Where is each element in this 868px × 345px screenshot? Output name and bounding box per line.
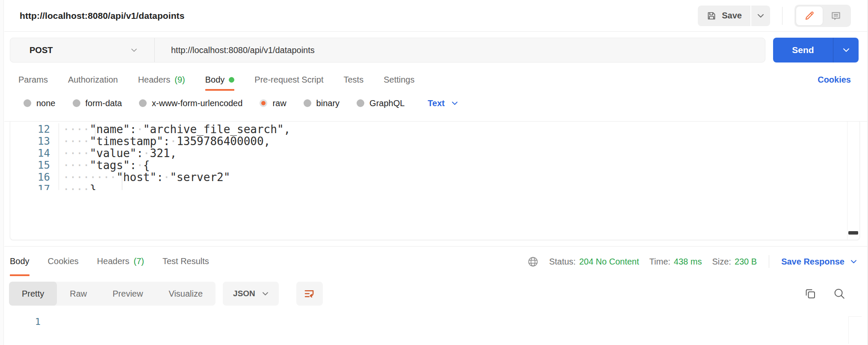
headers-count-badge: (7)	[133, 256, 144, 266]
view-raw-button[interactable]: Raw	[57, 282, 100, 306]
view-visualize-button[interactable]: Visualize	[156, 282, 216, 306]
search-icon	[833, 287, 846, 300]
tab-tests[interactable]: Tests	[343, 68, 363, 91]
tab-label: Body	[10, 256, 30, 266]
tab-label: Authorization	[68, 75, 118, 85]
save-button-label: Save	[722, 11, 742, 21]
body-type-label: GraphQL	[369, 98, 404, 108]
code-line: ····"value":·321,	[59, 147, 177, 159]
radio-selected-icon	[260, 99, 267, 107]
code-line: ····"timestamp":·1359786400000,	[59, 135, 270, 147]
line-number: 17	[10, 183, 59, 190]
wrap-text-button[interactable]	[296, 282, 323, 306]
globe-icon[interactable]	[527, 256, 539, 268]
body-type-none[interactable]: none	[24, 98, 56, 108]
response-format-label: JSON	[233, 289, 255, 298]
line-number: 15	[10, 159, 59, 171]
copy-response-button[interactable]	[804, 276, 817, 311]
response-toolbar: Pretty Raw Preview Visualize JSON	[4, 276, 867, 311]
send-options-button[interactable]	[833, 38, 859, 62]
tab-authorization[interactable]: Authorization	[68, 68, 118, 91]
body-type-label: form-data	[86, 98, 122, 108]
size-value: 230 B	[735, 257, 757, 267]
body-type-label: raw	[272, 98, 286, 108]
body-type-bar: none form-data x-www-form-urlencoded raw…	[4, 91, 867, 116]
tab-label: Pre-request Script	[254, 75, 323, 85]
chevron-down-icon	[850, 260, 857, 264]
save-button[interactable]: Save	[698, 6, 750, 26]
api-client-window: http://localhost:8080/api/v1/datapoints …	[0, 0, 868, 345]
body-type-binary[interactable]: binary	[304, 98, 340, 108]
response-tab-headers[interactable]: Headers (7)	[97, 247, 144, 276]
code-row: 15 ····"tags":·{	[10, 159, 859, 171]
response-header: Body Cookies Headers (7) Test Results	[4, 246, 867, 276]
edit-comment-toggle	[794, 5, 851, 27]
radio-icon	[139, 99, 147, 107]
response-size: Size: 230 B	[712, 257, 757, 267]
radio-icon	[304, 99, 311, 107]
tab-settings[interactable]: Settings	[384, 68, 414, 91]
line-number: 14	[10, 147, 59, 159]
edit-mode-button[interactable]	[796, 6, 823, 25]
code-line: ········"host":·"server2"	[59, 171, 230, 183]
url-input[interactable]: http://localhost:8080/api/v1/datapoints	[155, 38, 765, 62]
tab-params[interactable]: Params	[18, 68, 48, 91]
request-tabs: Params Authorization Headers (9) Body Pr…	[4, 68, 867, 91]
code-line: ····"name":·"archive_file_search",	[59, 123, 290, 135]
scrollbar-track	[848, 316, 849, 344]
save-icon	[706, 11, 717, 21]
body-type-form-data[interactable]: form-data	[73, 98, 122, 108]
body-type-urlencoded[interactable]: x-www-form-urlencoded	[139, 98, 242, 108]
method-select[interactable]: POST	[10, 38, 155, 62]
request-title: http://localhost:8080/api/v1/datapoints	[20, 11, 184, 21]
tab-label: Headers	[138, 75, 171, 85]
request-header-bar: http://localhost:8080/api/v1/datapoints …	[4, 0, 867, 32]
meta-divider	[769, 255, 769, 268]
response-tab-body[interactable]: Body	[10, 247, 30, 276]
code-row: 12 ····"name":·"archive_file_search",	[10, 123, 859, 135]
save-response-label: Save Response	[781, 257, 844, 267]
response-body-viewer[interactable]: 1	[4, 311, 867, 344]
response-status: Status: 204 No Content	[549, 257, 639, 267]
tab-headers[interactable]: Headers (9)	[138, 68, 185, 91]
response-view-switcher: Pretty Raw Preview Visualize	[9, 282, 216, 306]
chevron-down-icon	[131, 48, 137, 52]
body-type-graphql[interactable]: GraphQL	[357, 98, 404, 108]
status-value: 204 No Content	[579, 257, 639, 267]
save-options-button[interactable]	[751, 6, 770, 26]
indent-guide	[122, 171, 122, 190]
code-row: 13 ····"timestamp":·1359786400000,	[10, 135, 859, 147]
save-response-button[interactable]: Save Response	[781, 257, 857, 267]
code-viewport[interactable]: 12 ····"name":·"archive_file_search", 13…	[10, 122, 859, 190]
cookies-link[interactable]: Cookies	[818, 68, 851, 91]
response-tab-test-results[interactable]: Test Results	[162, 247, 209, 276]
method-label: POST	[30, 45, 53, 55]
comment-button[interactable]	[823, 6, 849, 25]
format-select[interactable]: Text	[428, 98, 458, 108]
wrap-text-icon	[303, 287, 316, 300]
tab-label: Body	[205, 75, 225, 85]
code-row: 14 ····"value":·321,	[10, 147, 859, 159]
body-type-label: binary	[316, 98, 340, 108]
response-format-select[interactable]: JSON	[223, 282, 279, 306]
send-button[interactable]: Send	[773, 38, 833, 62]
view-preview-button[interactable]: Preview	[100, 282, 156, 306]
tab-pre-request-script[interactable]: Pre-request Script	[254, 68, 323, 91]
search-response-button[interactable]	[833, 276, 846, 311]
tab-label: Headers	[97, 256, 130, 266]
chevron-down-icon	[843, 48, 850, 52]
view-pretty-button[interactable]: Pretty	[9, 282, 57, 306]
tab-label: Test Results	[162, 256, 209, 266]
tab-body[interactable]: Body	[205, 68, 235, 91]
request-body-editor: 12 ····"name":·"archive_file_search", 13…	[10, 122, 860, 240]
line-number: 12	[10, 123, 59, 135]
status-label: Status:	[549, 257, 576, 267]
code-row: 16 ········"host":·"server2"	[10, 171, 859, 183]
scrollbar-thumb[interactable]	[848, 231, 858, 235]
body-modified-dot	[229, 77, 234, 83]
body-type-label: none	[36, 98, 56, 108]
body-type-raw[interactable]: raw	[260, 98, 286, 108]
url-value: http://localhost:8080/api/v1/datapoints	[171, 45, 315, 55]
response-tab-cookies[interactable]: Cookies	[48, 247, 79, 276]
pencil-icon	[804, 10, 815, 21]
